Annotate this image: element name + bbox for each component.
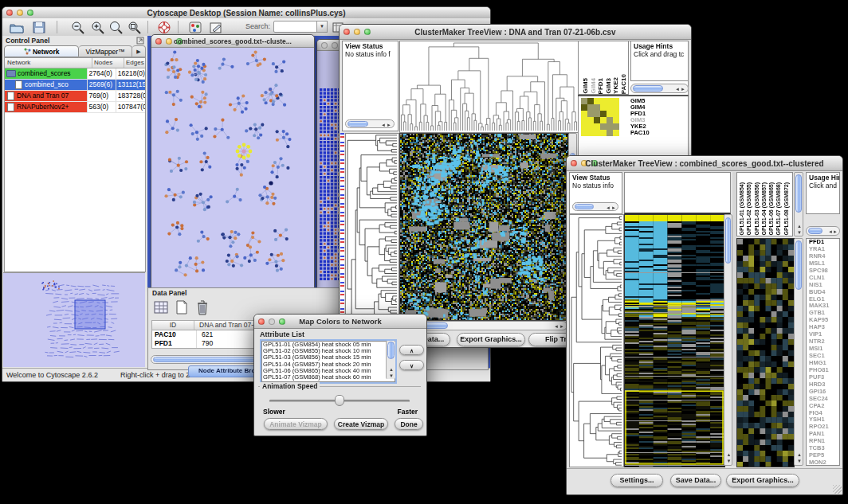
- tv2-row-dendrogram[interactable]: [569, 214, 624, 467]
- open-file-icon[interactable]: [9, 20, 25, 35]
- tv2-zoom-vscrollbar[interactable]: ▲▼: [794, 238, 803, 466]
- gene-label[interactable]: MON2: [809, 459, 839, 466]
- network-tree-row[interactable]: DNA and Tran 07769(0)183728(0): [5, 91, 145, 102]
- zoom-heatmap-cell[interactable]: [613, 123, 619, 130]
- treeview2-titlebar[interactable]: ClusterMaker TreeView : combined_scores_…: [567, 156, 842, 171]
- tv2-global-heatmap[interactable]: [624, 214, 725, 467]
- zoom-heatmap-cell[interactable]: [600, 123, 607, 130]
- zoom-heatmap-cell[interactable]: [607, 123, 613, 130]
- tv1-zoom-hscrollbar[interactable]: ◄►: [630, 84, 689, 93]
- zoom-heatmap-cell[interactable]: [600, 117, 607, 123]
- tv1-row-dendrogram[interactable]: [345, 133, 399, 321]
- zoom-heatmap-cell[interactable]: [613, 111, 619, 117]
- tv2-status-scrollbar[interactable]: ◄►: [572, 202, 618, 211]
- network-view-canvas[interactable]: [151, 48, 312, 287]
- search-dropdown-icon[interactable]: ▼: [316, 21, 328, 33]
- zoom-out-icon[interactable]: [70, 20, 86, 35]
- scroll-thumb[interactable]: [387, 342, 395, 359]
- dialog-titlebar[interactable]: Map Colors to Network: [254, 315, 426, 329]
- network-tree-row[interactable]: combined_scores2764(0)16218(0): [5, 68, 145, 80]
- zoom-heatmap-cell[interactable]: [594, 130, 600, 136]
- zoom-heatmap-cell[interactable]: [607, 130, 613, 136]
- float-panel-icon[interactable]: [136, 37, 144, 45]
- scroll-thumb[interactable]: [808, 228, 822, 234]
- export-graphics-button[interactable]: Export Graphics...: [726, 474, 799, 487]
- table-mode-icon[interactable]: [153, 299, 169, 315]
- move-down-button[interactable]: ∨: [399, 360, 424, 370]
- zoom-heatmap-cell[interactable]: [594, 111, 600, 117]
- network-overview-canvas[interactable]: [3, 272, 145, 367]
- tab-network[interactable]: Network: [4, 45, 79, 57]
- annotation-icon[interactable]: [208, 20, 224, 35]
- zoom-in-icon[interactable]: [90, 20, 106, 35]
- move-up-button[interactable]: ∧: [399, 345, 424, 355]
- zoom-heatmap-cell[interactable]: [581, 104, 587, 111]
- zoom-heatmap-cell[interactable]: [587, 123, 594, 130]
- settings-button[interactable]: Settings...: [610, 474, 663, 487]
- scroll-thumb[interactable]: [795, 174, 802, 213]
- zoom-heatmap-cell[interactable]: [613, 98, 619, 104]
- close-icon[interactable]: [321, 42, 328, 49]
- zoom-heatmap-cell[interactable]: [587, 104, 594, 111]
- zoom-heatmap-cell[interactable]: [613, 130, 619, 136]
- zoom-heatmap-cell[interactable]: [587, 111, 594, 117]
- network-tree-row[interactable]: RNAPuberNov2+563(0)107847(0): [5, 102, 145, 113]
- tv2-array-label-vscrollbar[interactable]: ▲▼: [794, 172, 803, 236]
- zoom-selected-icon[interactable]: [127, 20, 143, 35]
- zoom-heatmap-cell[interactable]: [613, 104, 619, 111]
- done-button[interactable]: Done: [395, 418, 423, 430]
- zoom-heatmap-cell[interactable]: [594, 117, 600, 123]
- network-window-a-titlebar[interactable]: combined_scores_good.txt--cluste...: [151, 35, 314, 48]
- zoom-heatmap-cell[interactable]: [594, 104, 600, 111]
- main-titlebar[interactable]: Cytoscape Desktop (Session Name: collins…: [2, 7, 490, 19]
- network-tree-row[interactable]: combined_sco2569(6)13112(15): [5, 80, 145, 91]
- vizmapper-icon[interactable]: [187, 20, 203, 35]
- zoom-heatmap-cell[interactable]: [581, 98, 587, 104]
- attribute-list-item[interactable]: GPL51-07 (GSM868) heat shock 60 min: [263, 374, 384, 381]
- save-data-button[interactable]: Save Data...: [670, 474, 721, 487]
- zoom-heatmap-cell[interactable]: [600, 98, 607, 104]
- scroll-thumb[interactable]: [725, 217, 731, 264]
- zoom-heatmap-cell[interactable]: [600, 111, 607, 117]
- delete-attribute-icon[interactable]: [194, 299, 210, 316]
- new-attribute-icon[interactable]: [174, 299, 190, 315]
- zoom-heatmap-cell[interactable]: [607, 98, 613, 104]
- tv1-status-scrollbar[interactable]: ◄►: [345, 119, 395, 128]
- zoom-heatmap-cell[interactable]: [607, 111, 613, 117]
- zoom-heatmap-cell[interactable]: [581, 111, 587, 117]
- zoom-heatmap-cell[interactable]: [581, 130, 587, 136]
- tab-overflow-arrow[interactable]: ▶: [132, 45, 146, 57]
- zoom-heatmap-cell[interactable]: [594, 123, 600, 130]
- tv1-global-heatmap[interactable]: [399, 133, 569, 321]
- zoom-heatmap-cell[interactable]: [587, 98, 594, 104]
- treeview1-titlebar[interactable]: ClusterMaker TreeView : DNA and Tran 07-…: [340, 25, 691, 40]
- animate-vizmap-button[interactable]: Animate Vizmap: [264, 418, 328, 430]
- search-input[interactable]: [273, 21, 318, 33]
- zoom-heatmap-cell[interactable]: [607, 104, 613, 111]
- zoom-heatmap-cell[interactable]: [600, 104, 607, 111]
- tv2-usage-scrollbar[interactable]: ◄►: [806, 226, 840, 236]
- scroll-thumb[interactable]: [347, 121, 368, 127]
- zoom-heatmap-cell[interactable]: [607, 117, 613, 123]
- speed-slider-thumb[interactable]: [335, 395, 344, 406]
- tv2-zoom-heatmap[interactable]: [736, 238, 795, 467]
- tv1-zoom-heatmap[interactable]: [581, 98, 619, 136]
- create-vizmap-button[interactable]: Create Vizmap: [334, 418, 388, 430]
- zoom-heatmap-cell[interactable]: [581, 117, 587, 123]
- zoom-heatmap-cell[interactable]: [594, 98, 600, 104]
- minimize-icon[interactable]: [332, 42, 338, 49]
- zoom-heatmap-cell[interactable]: [587, 130, 594, 136]
- tab-vizmapper[interactable]: VizMapper™: [79, 45, 132, 57]
- zoom-heatmap-cell[interactable]: [581, 123, 587, 130]
- zoom-heatmap-cell[interactable]: [587, 117, 594, 123]
- export-graphics-button[interactable]: Export Graphics...: [457, 333, 525, 346]
- scroll-thumb[interactable]: [795, 240, 802, 290]
- help-lifering-icon[interactable]: [156, 20, 172, 35]
- attribute-list[interactable]: GPL51-01 (GSM854) heat shock 05 minGPL51…: [260, 339, 397, 384]
- resize-grip[interactable]: [833, 485, 842, 494]
- attribute-list-vscrollbar[interactable]: ▲▼: [386, 341, 395, 379]
- scroll-thumb[interactable]: [633, 85, 663, 92]
- zoom-heatmap-cell[interactable]: [600, 130, 607, 136]
- zoom-fit-icon[interactable]: [108, 20, 124, 35]
- zoom-heatmap-cell[interactable]: [613, 117, 619, 123]
